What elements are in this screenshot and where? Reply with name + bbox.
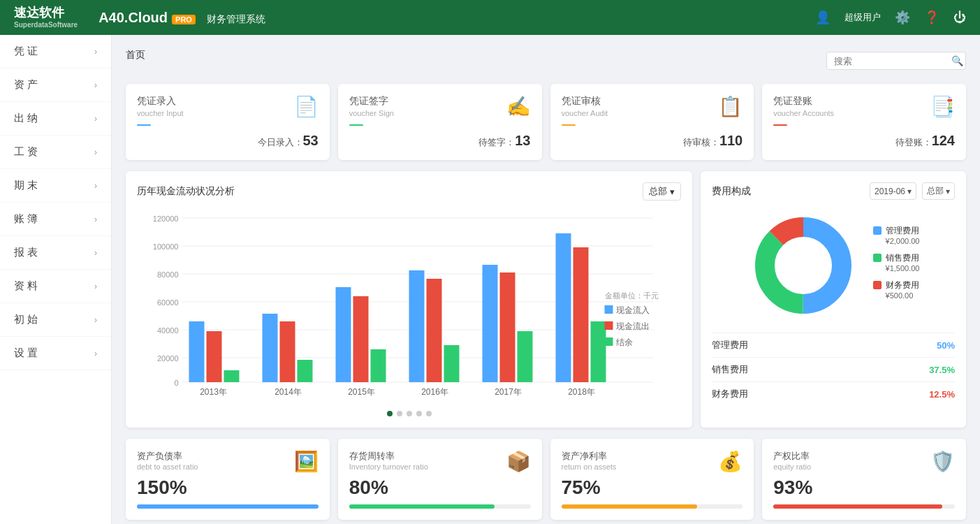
help-icon[interactable]: ❓ — [924, 10, 939, 25]
ratio-bar-fill — [349, 504, 495, 509]
svg-text:20000: 20000 — [157, 354, 179, 363]
ratio-bar-fill — [137, 504, 319, 509]
chevron-down-icon: ▾ — [670, 187, 675, 197]
card-0[interactable]: 📄 凭证录入 voucher Input 今日录入：53 — [126, 84, 330, 160]
svg-text:结余: 结余 — [616, 337, 633, 347]
app-header: 速达软件 SuperdataSoftware A40.Cloud PRO 财务管… — [0, 0, 980, 35]
ratio-card-0: 🖼️ 资产负债率 debt to asset ratio 150% — [126, 439, 330, 520]
donut-item-amount: ¥2,000.00 — [886, 237, 920, 245]
chevron-down-icon: ▾ — [907, 187, 912, 196]
power-icon[interactable]: ⏻ — [953, 10, 966, 25]
card-subtitle: voucher Accounts — [773, 109, 955, 117]
search-box[interactable]: 🔍 — [826, 52, 966, 70]
svg-rect-38 — [605, 305, 613, 314]
ratio-subtitle: return on assets — [562, 463, 743, 471]
donut-item-amount: ¥1,500.00 — [886, 264, 920, 272]
sidebar-item-initial[interactable]: 初 始› — [0, 303, 111, 337]
svg-text:2014年: 2014年 — [275, 387, 302, 397]
chart-dept-label: 总部 — [649, 185, 667, 198]
card-icon: 📑 — [930, 95, 955, 118]
ratio-icon: 🖼️ — [294, 450, 319, 473]
svg-rect-27 — [500, 272, 515, 382]
system-name: 财务管理系统 — [207, 13, 265, 26]
sidebar-item-settings[interactable]: 设 置› — [0, 337, 111, 370]
card-subtitle: voucher Input — [137, 109, 319, 117]
expense-row-销售费用: 销售费用 37.5% — [712, 357, 955, 381]
search-input[interactable] — [834, 56, 951, 66]
expense-rows: 管理费用 50% 销售费用 37.5% 财务费用 12.5% — [712, 333, 955, 406]
donut-legend-item-财务费用: 财务费用 ¥500.00 — [873, 279, 920, 300]
sidebar-item-period-end[interactable]: 期 末› — [0, 169, 111, 203]
ratio-bar-track — [349, 504, 531, 509]
chart-dept-selector[interactable]: 总部 ▾ — [643, 182, 681, 201]
card-title: 凭证签字 — [349, 95, 531, 108]
sidebar-item-cashier[interactable]: 出 纳› — [0, 102, 111, 136]
svg-text:120000: 120000 — [153, 214, 179, 223]
settings-icon[interactable]: ⚙️ — [895, 10, 910, 25]
svg-rect-20 — [336, 287, 351, 382]
svg-text:80000: 80000 — [157, 270, 179, 279]
card-value: 53 — [303, 133, 319, 148]
dot-5[interactable] — [426, 411, 432, 416]
ratio-bar-track — [137, 504, 319, 509]
dot-2[interactable] — [397, 411, 402, 416]
sidebar-item-reports[interactable]: 报 表› — [0, 236, 111, 270]
svg-rect-22 — [371, 349, 386, 382]
donut-legend-item-销售费用: 销售费用 ¥1,500.00 — [873, 252, 920, 272]
card-count: 待登账：124 — [773, 133, 955, 149]
svg-point-48 — [775, 238, 831, 293]
logo-line2: SuperdataSoftware — [14, 21, 78, 29]
svg-rect-25 — [444, 345, 460, 382]
user-icon[interactable]: 👤 — [815, 10, 831, 25]
sidebar: 凭 证›资 产›出 纳›工 资›期 末›账 簿›报 表›资 料›初 始›设 置› — [0, 35, 112, 524]
svg-text:2017年: 2017年 — [495, 387, 522, 397]
ratio-title: 资产净利率 — [562, 450, 743, 463]
donut-color-box — [873, 254, 882, 262]
username: 超级用户 — [844, 11, 881, 24]
sidebar-item-salary[interactable]: 工 资› — [0, 136, 111, 169]
donut-legend: 管理费用 ¥2,000.00 销售费用 ¥1,500.00 财务费用 ¥500.… — [873, 225, 920, 307]
svg-rect-30 — [573, 247, 589, 382]
donut-color-box — [873, 281, 882, 289]
bottom-row: 🖼️ 资产负债率 debt to asset ratio 150% 📦 存货周转… — [126, 439, 966, 520]
card-accent-line — [137, 124, 151, 126]
svg-rect-17 — [263, 314, 278, 382]
sidebar-item-voucher[interactable]: 凭 证› — [0, 35, 111, 68]
chart-title: 历年现金流动状况分析 — [137, 185, 235, 198]
card-1[interactable]: ✍️ 凭证签字 voucher Sign 待签字：13 — [338, 84, 542, 160]
card-3[interactable]: 📑 凭证登账 voucher Accounts 待登账：124 — [762, 84, 966, 160]
card-accent-line — [562, 124, 576, 126]
expense-dept-value: 总部 — [927, 185, 944, 197]
svg-rect-21 — [353, 296, 369, 382]
sidebar-label: 期 末 — [14, 179, 38, 192]
sidebar-item-ledger[interactable]: 账 簿› — [0, 203, 111, 236]
brand-name: A40.Cloud — [98, 10, 168, 26]
expense-panel: 费用构成 2019-06 ▾ 总部 ▾ — [701, 171, 966, 428]
ratio-icon: 💰 — [718, 450, 743, 473]
sidebar-label: 账 簿 — [14, 212, 38, 226]
sidebar-label: 资 产 — [14, 78, 38, 92]
expense-dept-filter[interactable]: 总部 ▾ — [922, 182, 955, 200]
ratio-title: 资产负债率 — [137, 450, 319, 463]
expense-date-filter[interactable]: 2019-06 ▾ — [870, 182, 916, 200]
sidebar-label: 出 纳 — [14, 112, 38, 125]
donut-legend-item-管理费用: 管理费用 ¥2,000.00 — [873, 225, 920, 245]
dot-1[interactable] — [387, 411, 393, 416]
donut-item-amount: ¥500.00 — [886, 291, 919, 300]
card-count: 今日录入：53 — [137, 133, 319, 149]
expense-label: 管理费用 — [712, 339, 748, 351]
ratio-card-1: 📦 存货周转率 Inventory turnover ratio 80% — [338, 439, 542, 520]
card-title: 凭证审核 — [562, 95, 743, 108]
dot-3[interactable] — [407, 411, 412, 416]
svg-rect-40 — [605, 321, 613, 330]
dot-4[interactable] — [416, 411, 422, 416]
ratio-icon: 📦 — [506, 450, 531, 473]
chevron-right-icon: › — [94, 282, 97, 291]
sidebar-item-assets[interactable]: 资 产› — [0, 68, 111, 102]
card-2[interactable]: 📋 凭证审核 voucher Audit 待审核：110 — [550, 84, 754, 160]
chevron-right-icon: › — [94, 248, 97, 258]
card-title: 凭证登账 — [773, 95, 955, 108]
ratio-card-3: 🛡️ 产权比率 equity ratio 93% — [762, 439, 966, 520]
donut-color-box — [873, 226, 882, 235]
sidebar-item-data[interactable]: 资 料› — [0, 270, 111, 303]
